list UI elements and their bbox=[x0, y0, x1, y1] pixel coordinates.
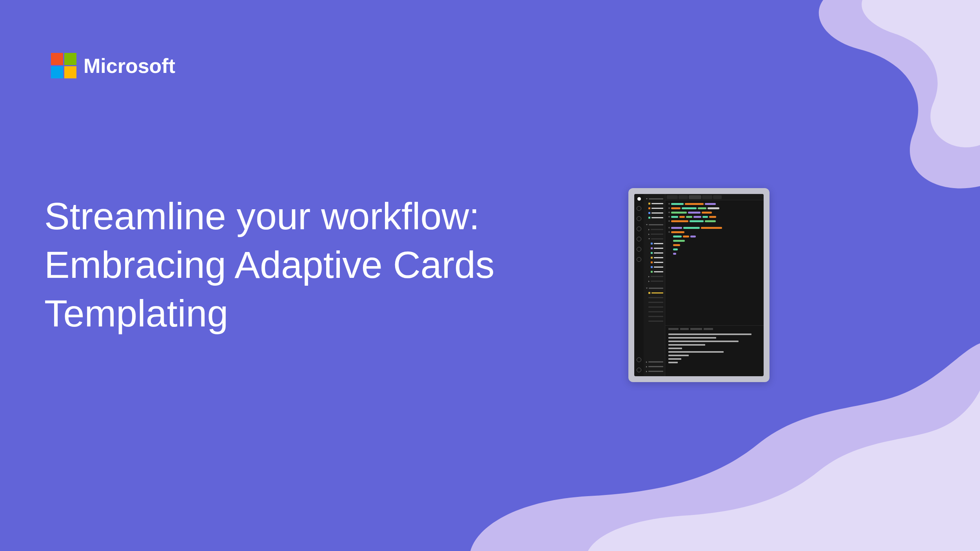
microsoft-logo: Microsoft bbox=[51, 53, 175, 78]
activity-icon bbox=[637, 237, 641, 241]
terminal-panel bbox=[665, 325, 764, 376]
activity-bar bbox=[634, 194, 644, 376]
logo-square-blue bbox=[51, 66, 63, 78]
decorative-wave-top bbox=[686, 0, 980, 196]
activity-icon bbox=[637, 197, 641, 201]
microsoft-logo-icon bbox=[51, 53, 76, 78]
activity-icon bbox=[637, 227, 641, 231]
activity-icon bbox=[637, 206, 641, 211]
microsoft-logo-text: Microsoft bbox=[83, 54, 175, 78]
logo-square-green bbox=[64, 53, 76, 65]
activity-icon bbox=[637, 216, 641, 221]
activity-icon bbox=[637, 357, 641, 362]
editor-window bbox=[634, 194, 764, 376]
code-content bbox=[665, 200, 764, 325]
logo-square-yellow bbox=[64, 66, 76, 78]
editor-main bbox=[665, 194, 764, 376]
activity-icon bbox=[637, 368, 641, 372]
file-explorer bbox=[644, 194, 665, 376]
editor-tabs bbox=[665, 194, 764, 200]
activity-icon bbox=[637, 247, 641, 252]
presentation-title: Streamline your workflow: Embracing Adap… bbox=[44, 192, 515, 338]
activity-icon bbox=[637, 257, 641, 262]
logo-square-red bbox=[51, 53, 63, 65]
code-editor-illustration bbox=[628, 188, 769, 382]
